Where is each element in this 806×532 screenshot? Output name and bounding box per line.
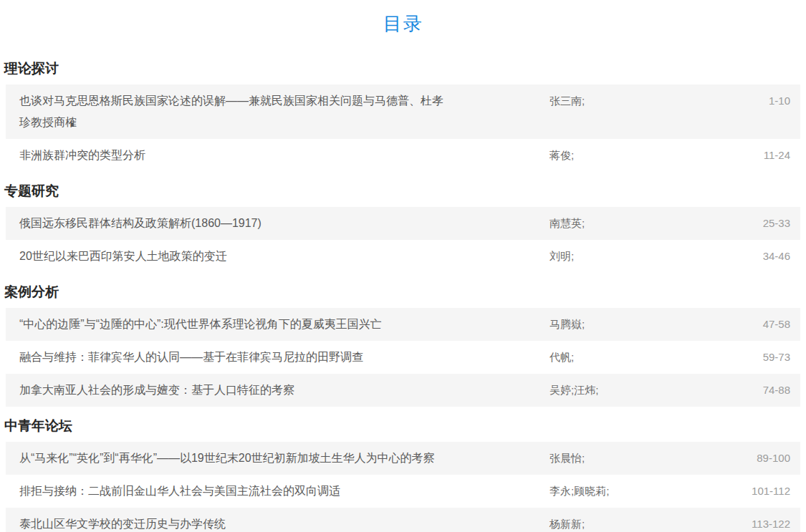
article-title-link[interactable]: 俄国远东移民群体结构及政策解析(1860—1917) [19, 213, 449, 234]
section-rows: “中心的边陲”与“边陲的中心”:现代世界体系理论视角下的夏威夷王国兴亡 马腾嶽;… [0, 308, 806, 407]
article-row: 加拿大南亚人社会的形成与嬗变：基于人口特征的考察 吴婷;汪炜; 74-88 [6, 374, 800, 407]
article-title-link[interactable]: 排拒与接纳：二战前旧金山华人社会与美国主流社会的双向调适 [19, 480, 449, 502]
toc-section: 中青年论坛 从“马来化”“英化”到“再华化”——以19世纪末20世纪初新加坡土生… [0, 417, 806, 532]
article-title-link[interactable]: 泰北山区华文学校的变迁历史与办学传统 [19, 513, 449, 532]
section-heading: 专题研究 [4, 182, 800, 200]
section-rows: 从“马来化”“英化”到“再华化”——以19世纪末20世纪初新加坡土生华人为中心的… [0, 442, 806, 532]
article-title-link[interactable]: 融合与维持：菲律宾华人的认同——基于在菲律宾马尼拉的田野调查 [19, 347, 449, 368]
article-title-link[interactable]: 20世纪以来巴西印第安人土地政策的变迁 [19, 246, 449, 267]
section-rows: 也谈对马克思恩格斯民族国家论述的误解——兼就民族国家相关问题与马德普、杜孝珍教授… [0, 84, 806, 172]
article-row: 非洲族群冲突的类型分析 蒋俊; 11-24 [6, 139, 800, 172]
article-authors: 刘明; [550, 246, 707, 267]
article-row: 从“马来化”“英化”到“再华化”——以19世纪末20世纪初新加坡土生华人为中心的… [6, 442, 800, 475]
article-pages: 25-33 [707, 213, 790, 234]
article-row: 俄国远东移民群体结构及政策解析(1860—1917) 南慧英; 25-33 [6, 207, 800, 240]
toc-section: 理论探讨 也谈对马克思恩格斯民族国家论述的误解——兼就民族国家相关问题与马德普、… [0, 59, 806, 172]
article-pages: 101-112 [707, 480, 790, 502]
article-pages: 74-88 [707, 379, 790, 401]
article-row: 融合与维持：菲律宾华人的认同——基于在菲律宾马尼拉的田野调查 代帆; 59-73 [6, 341, 800, 374]
article-row: 也谈对马克思恩格斯民族国家论述的误解——兼就民族国家相关问题与马德普、杜孝珍教授… [6, 84, 800, 139]
article-pages: 59-73 [707, 347, 790, 368]
article-authors: 张三南; [550, 90, 707, 112]
section-heading: 案例分析 [4, 283, 800, 301]
article-authors: 蒋俊; [550, 145, 707, 166]
toc-section: 案例分析 “中心的边陲”与“边陲的中心”:现代世界体系理论视角下的夏威夷王国兴亡… [0, 283, 806, 407]
article-authors: 张晨怡; [550, 448, 707, 469]
section-rows: 俄国远东移民群体结构及政策解析(1860—1917) 南慧英; 25-33 20… [0, 207, 806, 273]
article-row: 20世纪以来巴西印第安人土地政策的变迁 刘明; 34-46 [6, 240, 800, 273]
article-row: 排拒与接纳：二战前旧金山华人社会与美国主流社会的双向调适 李永;顾晓莉; 101… [6, 475, 800, 508]
article-pages: 113-122 [707, 513, 790, 532]
article-pages: 34-46 [707, 246, 790, 267]
article-authors: 马腾嶽; [550, 314, 707, 335]
page-title: 目录 [0, 11, 806, 37]
article-authors: 杨新新; [550, 513, 707, 532]
section-heading: 理论探讨 [4, 59, 800, 78]
article-authors: 李永;顾晓莉; [550, 480, 707, 502]
article-authors: 南慧英; [550, 213, 707, 234]
toc-sections: 理论探讨 也谈对马克思恩格斯民族国家论述的误解——兼就民族国家相关问题与马德普、… [0, 59, 806, 532]
article-title-link[interactable]: 从“马来化”“英化”到“再华化”——以19世纪末20世纪初新加坡土生华人为中心的… [19, 448, 449, 469]
article-title-link[interactable]: 非洲族群冲突的类型分析 [19, 145, 449, 166]
article-row: 泰北山区华文学校的变迁历史与办学传统 杨新新; 113-122 [6, 508, 800, 532]
article-title-link[interactable]: 也谈对马克思恩格斯民族国家论述的误解——兼就民族国家相关问题与马德普、杜孝珍教授… [19, 90, 449, 133]
toc-section: 专题研究 俄国远东移民群体结构及政策解析(1860—1917) 南慧英; 25-… [0, 182, 806, 273]
section-heading: 中青年论坛 [4, 417, 800, 435]
article-authors: 代帆; [550, 347, 707, 368]
article-pages: 89-100 [707, 448, 790, 469]
article-title-link[interactable]: 加拿大南亚人社会的形成与嬗变：基于人口特征的考察 [19, 379, 449, 401]
toc-page: 目录 理论探讨 也谈对马克思恩格斯民族国家论述的误解——兼就民族国家相关问题与马… [0, 0, 806, 532]
article-pages: 1-10 [707, 90, 790, 112]
article-pages: 11-24 [707, 145, 790, 166]
article-pages: 47-58 [707, 314, 790, 335]
article-title-link[interactable]: “中心的边陲”与“边陲的中心”:现代世界体系理论视角下的夏威夷王国兴亡 [19, 314, 449, 335]
article-row: “中心的边陲”与“边陲的中心”:现代世界体系理论视角下的夏威夷王国兴亡 马腾嶽;… [6, 308, 800, 341]
article-authors: 吴婷;汪炜; [550, 379, 707, 401]
